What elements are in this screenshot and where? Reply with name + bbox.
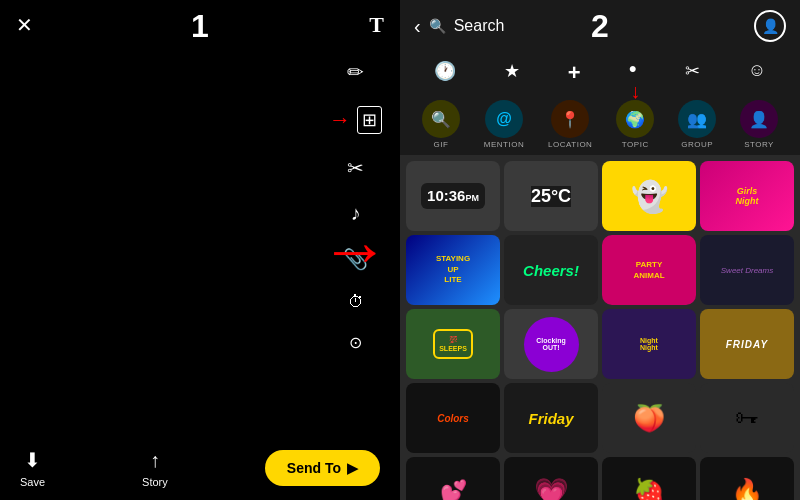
back-icon[interactable]: ‹ [414,15,421,38]
clocking-out-text: ClockingOUT! [524,317,579,372]
sweet-dreams-text: Sweet Dreams [721,266,773,275]
scissors-icon[interactable]: ✂ [347,156,364,180]
mention-icon: @ [496,110,512,128]
sticker-big-heart[interactable]: 💗 [504,457,598,500]
sticker-fire[interactable]: 🔥 [700,457,794,500]
strawberry-icon: 🍓 [633,477,665,501]
search-label: Search [454,17,505,35]
save-button[interactable]: ⬇ Save [20,448,45,488]
tab-topic[interactable]: ↓ 🌍 TOPIC [616,100,654,149]
close-icon[interactable]: ✕ [16,13,33,37]
sticker-100-sleeps[interactable]: 💯SLEEPS [406,309,500,379]
extra-icon[interactable]: ⊙ [349,333,362,352]
pencil-icon[interactable]: ✏ [347,60,364,84]
group-label: GROUP [681,140,713,149]
location-icon: 📍 [560,110,580,129]
topic-red-arrow: ↓ [630,80,640,103]
cheers-text: Cheers! [523,262,579,279]
send-to-button[interactable]: Send To ▶ [265,450,380,486]
left-top-bar: ✕ 1 T [0,0,400,50]
party-animal-text: PARTYANIMAL [629,255,668,285]
sticker-girls-night[interactable]: GirlsNight [700,161,794,231]
hearts-icon: 💕 [440,479,467,500]
panel-number-2: 2 [591,8,609,45]
search-icon: 🔍 [429,18,446,34]
sticker-temp[interactable]: 25°C [504,161,598,231]
gif-label: GIF [434,140,449,149]
friday-2-text: Friday [528,410,573,427]
sticker-staying-up[interactable]: STAYINGUPLITE [406,235,500,305]
gif-icon-circle: 🔍 [422,100,460,138]
topic-icon-circle: 🌍 [616,100,654,138]
sticker-tool-row: → ⊞ [329,106,382,134]
group-icon: 👥 [687,110,707,129]
tab-add[interactable]: + [568,60,581,86]
left-toolbar: ✏ → ⊞ ✂ ♪ 📎 ⏱ ⊙ [329,60,382,352]
panel-number-1: 1 [191,8,209,45]
send-to-label: Send To [287,460,341,476]
profile-icon[interactable]: 👤 [754,10,786,42]
sticker-hearts[interactable]: 💕 [406,457,500,500]
colors-text: Colors [437,413,469,424]
tab-scissors[interactable]: ✂ [685,60,700,86]
sticker-cheers[interactable]: Cheers! [504,235,598,305]
peach-icon: 🍑 [633,403,665,434]
location-label: LOCATION [548,140,592,149]
save-icon: ⬇ [24,448,41,472]
staying-up-text: STAYINGUPLITE [432,250,474,289]
sticker-snapchat[interactable]: 👻 [602,161,696,231]
sticker-grid: 10:36PM 25°C 👻 GirlsNight STAYINGUPLITE … [400,155,800,500]
tab-gif[interactable]: 🔍 GIF [422,100,460,149]
tab-emoji[interactable]: ☺ [748,60,766,86]
sticker-friday-1[interactable]: FRIDAY [700,309,794,379]
night-night-text: NightNight [622,317,677,372]
tab-location[interactable]: 📍 LOCATION [548,100,592,149]
mention-icon-circle: @ [485,100,523,138]
text-tool-icon[interactable]: T [369,12,384,38]
sticker-sweet-dreams[interactable]: Sweet Dreams [700,235,794,305]
tab-group[interactable]: 👥 GROUP [678,100,716,149]
sticker-temp-text: 25°C [531,186,571,207]
key-icon: 🗝 [735,404,759,432]
girls-night-text: GirlsNight [732,182,763,210]
back-search-group: ‹ 🔍 Search [414,15,504,38]
tab-favorites[interactable]: ★ [504,60,520,86]
fire-icon: 🔥 [731,477,763,501]
location-icon-circle: 📍 [551,100,589,138]
right-top-bar: ‹ 🔍 Search 2 👤 [400,0,800,52]
story-cat-icon: 👤 [749,110,769,129]
story-icon-circle: 👤 [740,100,778,138]
sticker-strawberry[interactable]: 🍓 [602,457,696,500]
sticker-key[interactable]: 🗝 [700,383,794,453]
100-sleeps-text: 💯SLEEPS [433,329,473,359]
category-tabs: 🔍 GIF @ MENTION 📍 LOCATION ↓ 🌍 TOPIC 👥 [400,94,800,155]
right-panel: ‹ 🔍 Search 2 👤 🕐 ★ + ● ✂ ☺ 🔍 GIF @ MENTI… [400,0,800,500]
story-label: Story [142,476,168,488]
big-heart-icon: 💗 [534,476,569,501]
sticker-clocking-out[interactable]: ClockingOUT! [504,309,598,379]
story-button[interactable]: ↑ Story [142,449,168,488]
group-icon-circle: 👥 [678,100,716,138]
mention-label: MENTION [484,140,524,149]
big-red-arrow: → [320,215,390,285]
sticker-icon[interactable]: ⊞ [357,106,382,134]
save-label: Save [20,476,45,488]
gif-icon: 🔍 [431,110,451,129]
top-icon-tabs: 🕐 ★ + ● ✂ ☺ [400,52,800,94]
sticker-colors[interactable]: Colors [406,383,500,453]
left-bottom-bar: ⬇ Save ↑ Story Send To ▶ [0,436,400,500]
sticker-party-animal[interactable]: PARTYANIMAL [602,235,696,305]
sticker-peach[interactable]: 🍑 [602,383,696,453]
tab-mention[interactable]: @ MENTION [484,100,524,149]
tab-story[interactable]: 👤 STORY [740,100,778,149]
sticker-time-text: 10:36PM [421,183,485,209]
big-red-arrow-container: → [320,215,390,285]
story-label: STORY [744,140,774,149]
sticker-friday-2[interactable]: Friday [504,383,598,453]
tab-recent[interactable]: 🕐 [434,60,456,86]
send-arrow-icon: ▶ [347,460,358,476]
topic-label: TOPIC [622,140,649,149]
timer-tool-icon[interactable]: ⏱ [348,293,364,311]
sticker-night-night[interactable]: NightNight [602,309,696,379]
sticker-time[interactable]: 10:36PM [406,161,500,231]
